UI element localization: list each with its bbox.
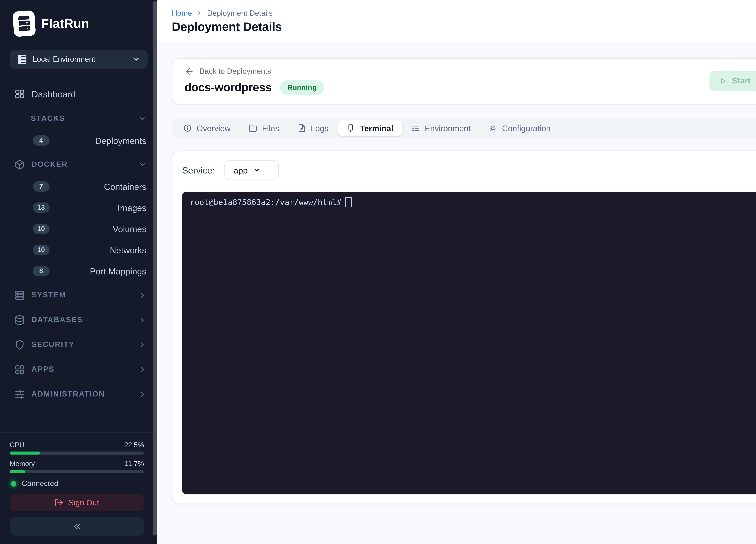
sidebar-item-port-mappings[interactable]: 8 Port Mappings: [0, 261, 157, 282]
sidebar-item-label: Networks: [110, 245, 146, 255]
sidebar-section-apps[interactable]: APPS: [0, 358, 157, 381]
chevron-right-icon: [138, 365, 146, 373]
connection-status: Connected: [11, 479, 144, 488]
flatrun-logo-icon: [12, 10, 36, 37]
sidebar-footer: CPU 22.5% Memory 11.7% Connected: [0, 432, 154, 544]
server-stack-icon: [17, 54, 27, 64]
sidebar-section-system[interactable]: SYSTEM: [0, 283, 157, 306]
section-label: ADMINISTRATION: [31, 390, 105, 398]
chevron-down-icon: [253, 167, 260, 174]
tab-overview[interactable]: Overview: [174, 120, 240, 136]
tab-logs[interactable]: Logs: [288, 120, 337, 136]
back-link-label: Back to Deployments: [200, 67, 271, 76]
deployment-status-badge: Running: [280, 80, 324, 95]
sidebar-item-dashboard[interactable]: Dashboard: [0, 82, 157, 105]
terminal-monitor-icon: [347, 124, 355, 132]
apps-grid-icon: [15, 364, 25, 374]
shield-icon: [15, 339, 25, 350]
sidebar-item-label: Dashboard: [31, 89, 76, 99]
sidebar-section-docker[interactable]: DOCKER: [0, 153, 157, 176]
sidebar-item-label: Images: [118, 203, 146, 213]
breadcrumb-current: Deployment Details: [207, 9, 273, 17]
sidebar: FlatRun Local Environment: [0, 0, 157, 544]
memory-progress-fill: [10, 470, 25, 473]
chevron-right-icon: [138, 390, 146, 398]
sidebar-scrollbar[interactable]: [153, 1, 157, 536]
tab-files[interactable]: Files: [240, 120, 288, 136]
info-icon: [183, 124, 192, 132]
page-title: Deployment Details: [172, 20, 756, 34]
list-icon: [411, 124, 420, 132]
sidebar-collapse-button[interactable]: [10, 517, 144, 536]
terminal-prompt: root@be1a875863a2:/var/www/html#: [190, 198, 341, 207]
sidebar-item-images[interactable]: 13 Images: [0, 197, 157, 218]
chevrons-left-icon: [72, 522, 82, 531]
top-header: Home Deployment Details Deployment Detai…: [157, 0, 756, 44]
database-icon: [15, 314, 25, 325]
deployment-header-card: Back to Deployments docs-wordpress Runni…: [172, 58, 756, 105]
tab-terminal[interactable]: Terminal: [337, 120, 402, 136]
sign-out-label: Sign Out: [68, 498, 99, 507]
gear-icon: [489, 124, 497, 132]
sidebar-item-label: Deployments: [95, 136, 147, 145]
count-badge: 13: [33, 203, 50, 213]
sidebar-item-label: Port Mappings: [90, 266, 146, 276]
brand-name: FlatRun: [41, 16, 89, 31]
cpu-label: CPU: [10, 441, 24, 448]
sidebar-section-security[interactable]: SECURITY: [0, 333, 157, 356]
deployment-name: docs-wordpress: [184, 81, 272, 94]
sidebar-item-containers[interactable]: 7 Containers: [0, 176, 157, 197]
breadcrumb-home-link[interactable]: Home: [172, 9, 192, 17]
chevron-right-icon: [138, 316, 146, 324]
section-label: SECURITY: [31, 340, 75, 349]
service-select[interactable]: app: [225, 160, 279, 180]
section-label: DATABASES: [31, 315, 83, 324]
sidebar-section-administration[interactable]: ADMINISTRATION: [0, 383, 157, 405]
environment-selector[interactable]: Local Environment: [10, 50, 148, 69]
tab-environment[interactable]: Environment: [402, 120, 480, 136]
terminal-output[interactable]: root@be1a875863a2:/var/www/html#: [182, 192, 756, 494]
cpu-progress-track: [10, 451, 144, 454]
app-logo: FlatRun: [0, 0, 157, 44]
memory-label: Memory: [10, 460, 35, 467]
main-area: Home Deployment Details Deployment Detai…: [157, 0, 756, 544]
breadcrumb-chevron-icon: [196, 10, 203, 16]
deployment-tabs: Overview Files Logs: [172, 119, 756, 138]
count-badge: 4: [33, 135, 50, 146]
section-label: STACKS: [31, 114, 65, 123]
dashboard-grid-icon: [15, 89, 25, 99]
cpu-progress-fill: [10, 451, 40, 454]
logout-icon: [55, 498, 64, 507]
count-badge: 10: [33, 245, 50, 255]
chevron-down-icon: [138, 115, 146, 122]
sidebar-item-deployments[interactable]: 4 Deployments: [0, 130, 157, 151]
sidebar-item-volumes[interactable]: 10 Volumes: [0, 218, 157, 240]
count-badge: 10: [33, 224, 50, 234]
back-to-deployments-link[interactable]: Back to Deployments: [184, 67, 324, 76]
sidebar-item-label: Containers: [104, 182, 147, 191]
start-button[interactable]: Start: [710, 70, 756, 91]
tab-configuration[interactable]: Configuration: [480, 120, 560, 136]
sign-out-button[interactable]: Sign Out: [10, 494, 144, 511]
service-label: Service:: [182, 165, 215, 175]
connection-status-label: Connected: [22, 479, 58, 488]
section-label: SYSTEM: [31, 291, 66, 299]
memory-progress-track: [10, 470, 144, 473]
count-badge: 8: [33, 266, 50, 276]
file-pen-icon: [297, 124, 306, 132]
cube-icon: [15, 159, 25, 170]
section-label: APPS: [31, 365, 54, 373]
server-icon: [15, 290, 25, 300]
chevron-down-icon: [138, 161, 146, 168]
chevron-down-icon: [132, 55, 140, 64]
terminal-card: Service: app Connect: [172, 151, 756, 504]
connected-dot: [11, 481, 16, 486]
environment-selector-label: Local Environment: [33, 55, 95, 64]
sidebar-section-stacks[interactable]: STACKS: [0, 107, 157, 130]
sidebar-section-databases[interactable]: DATABASES: [0, 308, 157, 331]
arrow-left-icon: [184, 67, 194, 76]
section-label: DOCKER: [31, 160, 68, 169]
sidebar-item-networks[interactable]: 10 Networks: [0, 240, 157, 261]
folder-icon: [249, 124, 257, 132]
play-icon: [719, 77, 727, 85]
